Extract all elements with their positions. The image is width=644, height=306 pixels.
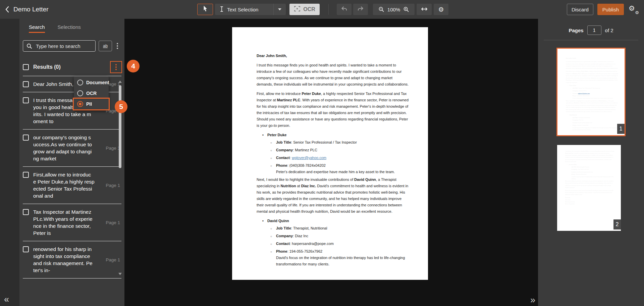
document-page[interactable]: Dear John Smith,I trust this message fin… [232, 27, 428, 280]
doc-paragraph: Dear John Smith, [257, 53, 410, 59]
text-selection-dropdown[interactable]: Text Selection [215, 4, 286, 15]
menu-option-document[interactable]: Document [74, 77, 109, 88]
doc-text-run: Phone [276, 249, 287, 253]
doc-subbullet: Contact: harpersandra@pope.com [566, 122, 618, 124]
search-options-kebab-icon[interactable] [115, 41, 120, 51]
doc-text-run: I trust this message finds you in good h… [257, 63, 409, 86]
page-thumbnail-2[interactable]: I would also like to introduce Jennifer … [557, 145, 621, 231]
result-checkbox[interactable] [23, 97, 29, 103]
search-box[interactable] [23, 40, 96, 52]
doc-text-run: : 194-055-7526x7962 [576, 125, 588, 126]
search-type-menu: DocumentOCRPII [74, 76, 109, 110]
radio-icon[interactable] [77, 101, 83, 107]
doc-subbullet: Job Title: Senior Tax Professional / Tax… [566, 87, 618, 89]
menu-option-ocr[interactable]: OCR [74, 88, 109, 99]
doc-paragraph: Please do not hesitate to reach out to t… [565, 190, 615, 196]
results-options-kebab-icon[interactable] [114, 62, 118, 72]
scrollbar-thumb[interactable] [119, 85, 121, 168]
ocr-button[interactable]: OCR [289, 4, 320, 15]
doc-text-run: David Quinn [599, 100, 607, 101]
document-viewer[interactable]: Dear John Smith,I trust this message fin… [124, 19, 538, 306]
doc-text-run: Job Title [573, 117, 578, 118]
email-link[interactable]: wglover@yahoo.com [292, 156, 326, 160]
result-checkbox[interactable] [23, 172, 29, 178]
text-selection-label: Text Selection [227, 7, 258, 12]
redo-button[interactable] [353, 4, 368, 15]
doc-text-run: : jenniferw@morgan-brooks.org [576, 171, 593, 173]
collapse-left-chevrons[interactable]: « [4, 294, 9, 305]
doc-text-run: Next, I would like to highlight the inva… [257, 177, 354, 182]
doc-bullet: Jennifer Wells [565, 164, 615, 166]
doc-text-run: Company [276, 234, 293, 238]
doc-subbullet: Contact: harpersandra@pope.com [257, 241, 410, 247]
zoom-in-button[interactable] [403, 6, 409, 12]
doc-text-run: Jennifer Wells [569, 164, 577, 165]
result-row[interactable]: renowned for his sharp insight into tax … [23, 241, 121, 278]
settings-gears-icon[interactable]: ⚙ ⚙ [628, 4, 639, 15]
sidebar-tabs: Search Selections [19, 19, 124, 33]
menu-option-label: PII [86, 101, 92, 107]
chevron-down-icon[interactable] [273, 4, 286, 15]
doc-subbullet: Contact: wglover@yahoo.com [257, 155, 410, 161]
back-button[interactable] [5, 6, 9, 13]
doc-text-run: : Diaz Inc [293, 234, 308, 238]
expand-right-chevrons[interactable]: » [530, 295, 535, 305]
result-row[interactable]: First,allow me to introduce Peter Duke,a… [23, 167, 121, 204]
view-settings-button[interactable]: ⚙ [434, 4, 448, 15]
doc-text-run: David's commitment to health and wellnes… [257, 184, 408, 213]
doc-text-run: First, allow me to introduce [566, 71, 581, 72]
doc-text-run: Company [276, 148, 293, 152]
result-row[interactable]: our company's ongoing success.As we cont… [23, 130, 121, 167]
scroll-down-arrow[interactable] [118, 273, 122, 275]
doc-text-run: Company [573, 119, 578, 121]
ocr-label: OCR [303, 6, 315, 12]
current-page-input[interactable] [587, 26, 601, 35]
doc-subbullet: Contact: wglover@yahoo.com [566, 92, 618, 95]
doc-text-run: David Quinn [570, 114, 577, 116]
scroll-up-arrow[interactable] [118, 81, 122, 83]
result-checkbox[interactable] [23, 209, 29, 215]
result-checkbox[interactable] [23, 135, 29, 141]
match-case-button[interactable]: ab [99, 41, 112, 51]
radio-icon[interactable] [77, 80, 83, 86]
doc-text-run: : Therapist, Nutritional [291, 226, 327, 230]
tab-selections[interactable]: Selections [58, 24, 81, 33]
doc-text-run: Jennifer Wells [581, 151, 589, 152]
email-link[interactable]: wglover@yahoo.com [578, 93, 590, 94]
doc-text-run: Contact [276, 156, 290, 160]
menu-option-pii[interactable]: PII [74, 99, 109, 109]
doc-subbullet: Job Title: Therapist, Nutritional [257, 225, 410, 232]
doc-text-run: Phone [573, 125, 577, 126]
doc-text-run: Next, I would like to highlight the inva… [566, 100, 599, 101]
pages-label: Pages [569, 28, 583, 33]
result-row[interactable]: Tax Inspector at MartinezPLc.With years … [23, 204, 121, 241]
menu-option-label: Document [86, 80, 109, 85]
fit-width-button[interactable] [417, 4, 432, 15]
result-checkbox[interactable] [23, 246, 29, 252]
search-input[interactable] [35, 43, 92, 49]
doc-subbullet: Job Title: Therapist, Nutritional [566, 116, 618, 119]
cursor-tool-button[interactable] [197, 4, 213, 15]
doc-subbullet: Company: Martinez PLC [257, 147, 410, 153]
doc-text-run: : Martinez PLC [293, 148, 317, 152]
result-checkbox[interactable] [23, 81, 29, 87]
discard-button[interactable]: Discard [567, 4, 593, 15]
gear-icon: ⚙ [438, 6, 444, 13]
publish-button[interactable]: Publish [597, 4, 624, 15]
undo-button[interactable] [337, 4, 352, 15]
page-thumbnail-1[interactable]: Dear John Smith,I trust this message fin… [556, 48, 626, 136]
doc-subbullet: Contact: jenniferw@morgan-brooks.org [565, 171, 615, 173]
zoom-out-button[interactable] [378, 6, 384, 12]
doc-subbullet: Job Title: Advertising Art Director [565, 166, 615, 168]
tab-search[interactable]: Search [29, 24, 45, 33]
radio-icon[interactable] [77, 90, 83, 96]
doc-text-run: Phone [573, 95, 577, 97]
doc-subbullet: Phone: 285-051-4974x1201Jennifer's work … [565, 173, 615, 180]
doc-text-run: Peter's dedication and expertise have ma… [573, 98, 613, 99]
results-kebab-highlight-box[interactable] [110, 61, 122, 73]
results-select-all-checkbox[interactable] [23, 64, 29, 70]
doc-text-run: Dear John Smith, [566, 58, 576, 59]
page-title: Demo Letter [13, 6, 49, 13]
doc-text-run: Jennifer's work has been recognized by s… [572, 176, 614, 179]
letter-content: Dear John Smith,I trust this message fin… [232, 27, 428, 267]
